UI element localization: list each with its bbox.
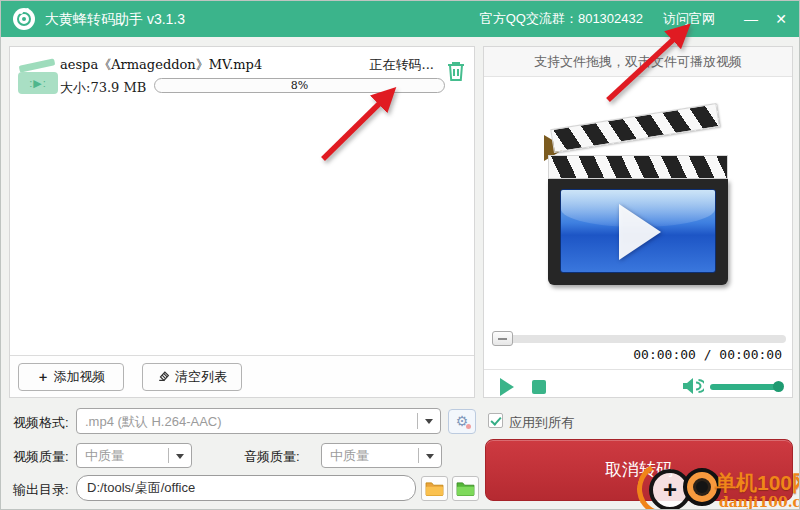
drop-hint: 支持文件拖拽，双击文件可播放视频	[484, 47, 792, 77]
yellow-folder-icon	[425, 481, 444, 496]
clapper-body	[548, 179, 728, 285]
output-directory-input[interactable]: D:/tools/桌面/office	[76, 475, 416, 501]
app-logo-speck	[15, 14, 17, 16]
clear-list-button[interactable]: 清空列表	[142, 363, 242, 391]
volume-slider[interactable]	[710, 384, 782, 390]
play-icon[interactable]	[500, 378, 514, 396]
chevron-down-icon	[176, 454, 184, 459]
chevron-down-icon	[426, 454, 434, 459]
speaker-icon[interactable]	[682, 377, 704, 395]
audio-quality-label: 音频质量:	[244, 448, 300, 466]
format-select[interactable]: .mp4 (默认 H.264-AAC)	[76, 408, 441, 434]
file-list-panel: :▶: aespa《Armageddon》MV.mp4 正在转码... 大小:7…	[9, 46, 475, 398]
list-toolbar: ＋添加视频 清空列表	[10, 355, 474, 397]
video-quality-select[interactable]: 中质量	[76, 443, 192, 468]
clapper-mid-stripes	[548, 155, 728, 179]
add-video-button[interactable]: ＋添加视频	[18, 363, 124, 391]
format-settings-button[interactable]: ⚙	[448, 409, 476, 434]
file-name: aespa《Armageddon》MV.mp4	[60, 56, 262, 74]
choose-folder-button[interactable]	[452, 476, 479, 501]
seek-bar[interactable]	[492, 335, 786, 343]
trash-icon[interactable]	[446, 60, 466, 82]
select-separator	[168, 448, 169, 463]
cancel-transcode-button[interactable]: 取消转码	[485, 439, 793, 501]
eraser-icon	[157, 366, 171, 392]
open-folder-button[interactable]	[421, 476, 448, 501]
qq-group-label: 官方QQ交流群：801302432	[480, 1, 643, 37]
green-folder-icon	[456, 481, 475, 496]
file-size: 大小:73.9 MB	[60, 79, 146, 97]
video-clip-icon: :▶:	[18, 59, 58, 95]
select-separator	[418, 448, 419, 463]
audio-quality-value: 中质量	[330, 444, 415, 468]
app-logo-dot	[22, 17, 26, 21]
controls-divider	[484, 369, 792, 370]
apply-all-label: 应用到所有	[509, 415, 574, 431]
progress-percent: 8%	[155, 79, 444, 93]
clear-list-label: 清空列表	[175, 369, 227, 384]
stop-icon[interactable]	[532, 380, 546, 394]
video-clip-icon-top	[19, 58, 56, 72]
visit-site-link[interactable]: 访问官网	[663, 1, 715, 37]
time-display: 00:00:00 / 00:00:00	[633, 347, 782, 362]
plus-icon: ＋	[37, 369, 50, 384]
close-button[interactable]: ✕	[767, 1, 795, 37]
seek-handle[interactable]	[492, 331, 513, 346]
select-separator	[417, 413, 418, 429]
format-value: .mp4 (默认 H.264-AAC)	[85, 409, 414, 435]
title-bar: 大黄蜂转码助手 v3.1.3 官方QQ交流群：801302432 访问官网 — …	[1, 1, 799, 37]
volume-knob[interactable]	[773, 381, 784, 392]
file-status: 正在转码...	[370, 56, 434, 74]
video-clip-icon-body: :▶:	[18, 72, 58, 94]
clapper-screen	[560, 189, 716, 273]
clapperboard-icon	[546, 109, 730, 289]
chevron-down-icon	[425, 419, 433, 424]
clapper-top-stripes	[550, 103, 720, 153]
video-quality-label: 视频质量:	[13, 448, 69, 466]
checkbox-checked-icon[interactable]	[488, 413, 503, 428]
app-title: 大黄蜂转码助手 v3.1.3	[45, 1, 185, 37]
app-window: 大黄蜂转码助手 v3.1.3 官方QQ交流群：801302432 访问官网 — …	[0, 0, 800, 510]
output-label: 输出目录:	[13, 481, 69, 499]
add-video-label: 添加视频	[54, 369, 106, 384]
minimize-button[interactable]: —	[737, 1, 765, 37]
progress-bar: 8%	[154, 78, 445, 93]
apply-all-checkbox[interactable]: 应用到所有	[488, 413, 574, 431]
player-panel: 支持文件拖拽，双击文件可播放视频 00:00:00 / 00:00:00	[483, 46, 793, 398]
audio-quality-select[interactable]: 中质量	[321, 443, 442, 468]
app-logo-speck	[26, 8, 29, 11]
format-label: 视频格式:	[13, 414, 69, 432]
gear-red-dot	[466, 424, 471, 429]
video-quality-value: 中质量	[85, 444, 165, 468]
play-overlay-icon	[619, 204, 661, 260]
app-body: :▶: aespa《Armageddon》MV.mp4 正在转码... 大小:7…	[1, 37, 800, 510]
app-logo-speck	[19, 10, 23, 14]
app-logo-icon	[13, 8, 35, 30]
